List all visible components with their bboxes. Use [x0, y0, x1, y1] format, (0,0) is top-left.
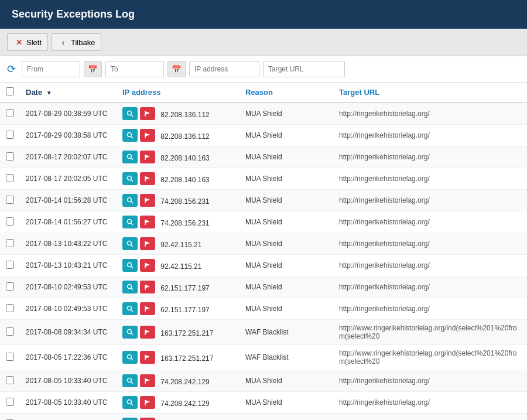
refresh-icon[interactable]: ⟳: [7, 63, 16, 76]
row-ip-cell: 92.42.115.21: [117, 255, 239, 276]
svg-marker-22: [145, 220, 150, 223]
row-ip-cell: 82.208.140.163: [117, 146, 239, 168]
ip-search-button[interactable]: [122, 302, 138, 315]
row-checkbox[interactable]: [6, 304, 14, 312]
ip-action-buttons: [122, 302, 155, 315]
ip-search-button[interactable]: [122, 396, 138, 409]
url-filter-input[interactable]: [263, 61, 345, 77]
ip-action-buttons: [122, 172, 155, 185]
search-icon: [126, 329, 134, 336]
search-icon: [126, 240, 134, 247]
svg-point-24: [128, 241, 132, 245]
ip-flag-button[interactable]: [140, 302, 155, 315]
search-icon: [126, 153, 134, 161]
log-table-container: Date ▼ IP address Reason Target URL 2017…: [0, 83, 527, 420]
ip-action-buttons: [122, 216, 155, 228]
ip-search-button[interactable]: [122, 151, 138, 163]
ip-search-button[interactable]: [122, 259, 138, 272]
row-checkbox[interactable]: [6, 376, 14, 384]
row-checkbox[interactable]: [6, 131, 14, 139]
filter-bar: ⟳ 📅 📅: [0, 56, 527, 83]
delete-button[interactable]: ✕ Slett: [7, 33, 48, 51]
search-icon: [126, 354, 134, 361]
select-all-checkbox[interactable]: [6, 87, 14, 95]
ip-filter-input[interactable]: [189, 61, 259, 77]
flag-icon: [144, 175, 151, 182]
from-calendar-button[interactable]: 📅: [84, 61, 102, 77]
row-date: 2017-08-10 02:49:53 UTC: [20, 298, 117, 320]
delete-label: Slett: [26, 38, 42, 47]
ip-search-button[interactable]: [122, 281, 138, 293]
back-button[interactable]: ‹ Tilbake: [52, 33, 101, 51]
flag-icon: [144, 240, 151, 247]
row-checkbox-cell: [0, 233, 20, 255]
table-row: 2017-08-29 00:38:59 UTC 82.208.136.112: [0, 103, 527, 125]
table-row: 2017-08-10 02:49:53 UTC 62.151.177.197: [0, 276, 527, 298]
ip-address-text: 62.151.177.197: [160, 306, 209, 314]
ip-address-text: 163.172.251.217: [160, 329, 213, 337]
ip-flag-button[interactable]: [140, 194, 155, 207]
row-url: http://ringerikehistorielag.org/index.ph: [333, 414, 527, 421]
ip-flag-button[interactable]: [140, 281, 155, 293]
ip-search-button[interactable]: [122, 129, 138, 142]
row-checkbox[interactable]: [6, 174, 14, 182]
ip-flag-button[interactable]: [140, 172, 155, 185]
ip-action-buttons: [122, 396, 155, 409]
ip-flag-button[interactable]: [140, 326, 155, 339]
table-body: 2017-08-29 00:38:59 UTC 82.208.136.112: [0, 103, 527, 420]
row-date: 2017-08-08 09:34:34 UTC: [20, 320, 117, 345]
ip-search-button[interactable]: [122, 172, 138, 185]
svg-line-25: [131, 245, 133, 247]
row-checkbox[interactable]: [6, 109, 14, 117]
row-checkbox[interactable]: [6, 327, 14, 336]
row-checkbox[interactable]: [6, 196, 14, 204]
ip-address-text: 82.208.140.163: [160, 176, 209, 184]
ip-flag-button[interactable]: [140, 237, 155, 250]
ip-search-button[interactable]: [122, 216, 138, 228]
ip-search-button[interactable]: [122, 326, 138, 339]
ip-address-text: 163.172.251.217: [160, 354, 213, 363]
ip-search-button[interactable]: [122, 237, 138, 250]
row-url: http://ringerikehistorielag.org/: [333, 146, 527, 168]
col-header-url[interactable]: Target URL: [333, 83, 527, 103]
ip-flag-button[interactable]: [140, 259, 155, 272]
col-header-ip[interactable]: IP address: [117, 83, 239, 103]
table-row: 2017-08-14 01:56:28 UTC 74.208.156.231: [0, 190, 527, 211]
ip-flag-button[interactable]: [140, 418, 155, 420]
row-checkbox[interactable]: [6, 353, 14, 361]
row-checkbox-cell: [0, 370, 20, 392]
ip-flag-button[interactable]: [140, 396, 155, 409]
col-header-date[interactable]: Date ▼: [20, 83, 117, 103]
ip-flag-button[interactable]: [140, 374, 155, 387]
row-ip-cell: 74.208.156.231: [117, 190, 239, 211]
row-ip-cell: 82.208.136.112: [117, 103, 239, 125]
col-header-reason[interactable]: Reason: [239, 83, 333, 103]
from-date-input[interactable]: [22, 61, 80, 77]
ip-flag-button[interactable]: [140, 129, 155, 142]
ip-search-button[interactable]: [122, 107, 138, 120]
search-icon: [126, 110, 134, 117]
row-checkbox[interactable]: [6, 398, 14, 406]
ip-search-button[interactable]: [122, 351, 138, 364]
to-calendar-button[interactable]: 📅: [167, 61, 186, 77]
ip-search-button[interactable]: [122, 374, 138, 387]
flag-icon: [144, 329, 151, 336]
row-checkbox[interactable]: [6, 217, 14, 226]
svg-line-45: [131, 358, 133, 360]
to-date-input[interactable]: [105, 61, 164, 77]
row-checkbox[interactable]: [6, 152, 14, 161]
ip-flag-button[interactable]: [140, 351, 155, 364]
ip-flag-button[interactable]: [140, 107, 155, 120]
row-reason: MUA Shield: [239, 103, 333, 125]
row-checkbox[interactable]: [6, 239, 14, 247]
row-checkbox[interactable]: [6, 261, 14, 269]
row-checkbox[interactable]: [6, 282, 14, 291]
ip-search-button[interactable]: [122, 194, 138, 207]
ip-flag-button[interactable]: [140, 151, 155, 163]
calendar-icon: 📅: [88, 65, 98, 74]
row-url: http://ringerikehistorielag.org/: [333, 211, 527, 233]
row-url: http://ringerikehistorielag.org/: [333, 370, 527, 392]
ip-flag-button[interactable]: [140, 216, 155, 228]
ip-search-button[interactable]: [122, 418, 138, 420]
row-reason: MUA Shield: [239, 146, 333, 168]
